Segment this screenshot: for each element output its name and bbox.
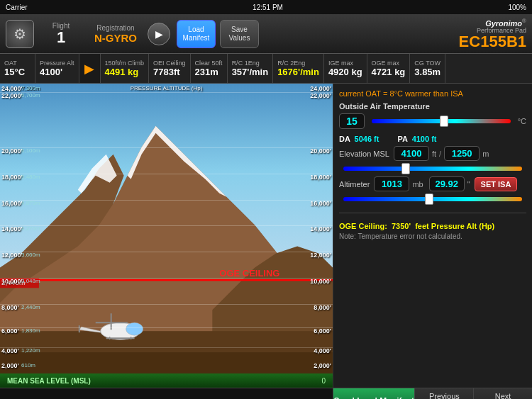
mountain-chart: OGE CEILING 2,440m — [0, 84, 333, 388]
elevation-slider-container — [339, 167, 526, 171]
cg-label: CG TOW — [414, 60, 440, 67]
rc2-value: 1676'/min — [277, 67, 319, 77]
logo-model: EC155B1 — [459, 34, 526, 50]
da-value: 5046 ft — [355, 135, 379, 143]
climb-label: 150ft/m Climb — [105, 60, 145, 67]
pa-label: PA 4100 ft — [397, 135, 436, 143]
ige-label: IGE max — [328, 60, 362, 67]
climb-value: 4491 kg — [105, 67, 145, 77]
flight-section: Flight 1 — [40, 22, 82, 45]
oge-ceiling-unit: feet Pressure Alt (Hp) — [415, 222, 494, 230]
oat-panel-label: Outside Air Temperature — [339, 102, 526, 111]
elevation-label: Elevation MSL — [339, 150, 389, 158]
oat-slider-row: 15 °C — [339, 113, 526, 129]
carrier-label: Carrier — [6, 4, 28, 11]
altimeter-slider-thumb[interactable] — [425, 193, 433, 205]
oge-cell: OGE max 4721 kg — [367, 54, 411, 83]
altimeter-label: Altimeter — [339, 180, 370, 189]
play-button[interactable]: ▶ — [148, 23, 170, 45]
chart-area: OGE CEILING 2,440m — [0, 84, 333, 388]
oat-slider-thumb[interactable] — [440, 116, 448, 127]
oge-label: OGE max — [372, 60, 406, 67]
oat-unit: °C — [518, 117, 526, 125]
top-bar: ⚙ Flight 1 Registration N-GYRO ▶ LoadMan… — [0, 14, 532, 54]
elevation-row: Elevation MSL 4100 ft / 1250 m — [339, 146, 526, 161]
altimeter-mb-unit: mb — [412, 180, 423, 189]
da-label: DA 5046 ft — [339, 135, 379, 143]
oei-value: 7783ft — [153, 67, 186, 77]
svg-point-12 — [126, 322, 143, 335]
save-values-button[interactable]: SaveValues — [220, 20, 259, 48]
altimeter-row: Altimeter 1013 mb 29.92 " SET ISA — [339, 176, 526, 191]
elevation-slider-track[interactable] — [343, 167, 522, 171]
next-flight-label: NextFlight — [494, 392, 513, 399]
gear-button[interactable]: ⚙ — [6, 20, 34, 48]
triangle-button[interactable]: ▶ — [79, 54, 101, 83]
note-row: Note: Temperature error not calculated. — [339, 232, 526, 240]
set-isa-button[interactable]: SET ISA — [475, 177, 518, 191]
send-load-manifest-button[interactable]: Send Load Manifest — [333, 388, 415, 399]
load-manifest-button[interactable]: LoadManifest — [177, 20, 216, 48]
svg-text:2,440m: 2,440m — [1, 279, 25, 286]
oge-info: OGE Ceiling: 7350' feet Pressure Alt (Hp… — [339, 222, 526, 240]
altimeter-slider-track[interactable] — [343, 197, 522, 201]
altimeter-mb-input[interactable]: 1013 — [374, 176, 409, 191]
triangle-icon: ▶ — [84, 61, 94, 77]
reg-value: N-GYRO — [94, 32, 137, 44]
rc1-cell: R/C 1Eng 357'/min — [228, 54, 274, 83]
clear-value: 231m — [195, 67, 223, 77]
oat-info: current OAT = 8°C warmer than ISA — [339, 89, 526, 98]
bottom-bar: Send Load Manifest PreviousFlight NextFl… — [0, 388, 532, 399]
elevation-m-unit: m — [482, 150, 489, 158]
pa-value: 4100 ft — [412, 135, 437, 143]
oat-slider-track[interactable] — [372, 119, 511, 123]
oge-ceiling-row: OGE Ceiling: 7350' feet Pressure Alt (Hp… — [339, 222, 526, 230]
rc2-cell: R/C 2Eng 1676'/min — [273, 54, 324, 83]
logo-area: Gyronimo® Performance Pad EC155B1 — [459, 18, 526, 50]
msl-bar: MEAN SEA LEVEL (MSL) 0 — [0, 373, 333, 388]
rc1-value: 357'/min — [232, 67, 269, 77]
bottom-chart-space — [0, 388, 333, 399]
oat-input[interactable]: 15 — [339, 113, 365, 129]
oat-cell: OAT 15°C — [0, 54, 35, 83]
altimeter-inhg-unit: " — [467, 180, 470, 189]
oge-ceiling-value: 7350' — [392, 222, 411, 230]
rc1-label: R/C 1Eng — [232, 60, 269, 67]
oge-value: 4721 kg — [372, 67, 406, 77]
logo-brand: Gyronimo® Performance Pad — [459, 18, 526, 35]
msl-label: MEAN SEA LEVEL (MSL) — [7, 377, 91, 385]
flight-number: 1 — [57, 30, 65, 45]
clear-cell: Clear 50ft 231m — [191, 54, 228, 83]
previous-flight-button[interactable]: PreviousFlight — [415, 388, 474, 399]
right-panel: current OAT = 8°C warmer than ISA Outsid… — [333, 84, 532, 388]
climb-cell: 150ft/m Climb 4491 kg — [101, 54, 150, 83]
ige-value: 4920 kg — [328, 67, 362, 77]
bottom-buttons: Send Load Manifest PreviousFlight NextFl… — [333, 388, 532, 399]
oei-label: OEI Ceiling — [153, 60, 186, 67]
next-flight-button[interactable]: NextFlight — [474, 388, 532, 399]
status-bar: OAT 15°C Pressure Alt 4100' ▶ 150ft/m Cl… — [0, 54, 532, 84]
press-alt-value: 4100' — [40, 67, 74, 77]
battery-label: 100% — [508, 4, 526, 11]
elevation-m-input[interactable]: 1250 — [444, 146, 480, 161]
previous-flight-label: PreviousFlight — [429, 392, 460, 399]
cg-value: 3.85m — [414, 67, 440, 77]
elevation-slider-thumb[interactable] — [401, 163, 410, 174]
main-area: OGE CEILING 2,440m — [0, 84, 532, 388]
altimeter-slider-container — [339, 197, 526, 201]
reg-label: Registration — [96, 24, 134, 32]
oei-cell: OEI Ceiling 7783ft — [149, 54, 191, 83]
ige-cell: IGE max 4920 kg — [324, 54, 367, 83]
oat-value: 15°C — [4, 67, 31, 77]
save-values-label: SaveValues — [229, 26, 250, 43]
cg-cell: CG TOW 3.85m — [410, 54, 445, 83]
press-alt-label: Pressure Alt — [40, 60, 74, 67]
oat-label: OAT — [4, 60, 31, 67]
altimeter-inhg-input[interactable]: 29.92 — [429, 176, 465, 191]
elevation-ft-unit: ft — [432, 150, 436, 158]
divider — [339, 213, 526, 213]
registration-section: Registration N-GYRO — [91, 24, 140, 44]
clear-label: Clear 50ft — [195, 60, 223, 67]
elevation-ft-input[interactable]: 4100 — [394, 146, 429, 161]
svg-text:OGE CEILING: OGE CEILING — [219, 268, 279, 279]
